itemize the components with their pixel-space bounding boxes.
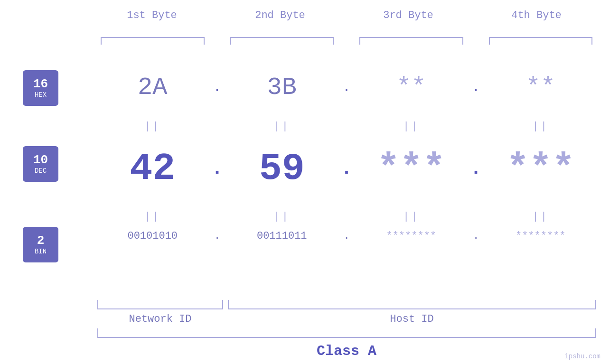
class-label: Class A [97, 343, 596, 359]
eq-dec-bin-4: || [483, 211, 599, 223]
host-bracket [228, 300, 596, 309]
badge-bin-label: BIN [35, 248, 47, 255]
eq-hex-dec-1: || [95, 121, 210, 132]
eq-hex-dec-2: || [225, 121, 340, 132]
dec-row: 42 . 59 . *** . *** [95, 147, 598, 190]
host-id-label: Host ID [228, 313, 596, 325]
top-bracket-row [95, 37, 598, 45]
col-header-byte3: 3rd Byte [351, 9, 465, 21]
bin-byte3: ******** [354, 230, 469, 242]
hex-dot1: . [210, 80, 225, 95]
dec-byte2: 59 [225, 147, 340, 190]
dec-dot2: . [339, 158, 354, 179]
hex-dot3: . [469, 80, 483, 95]
equals-row-dec-bin: || || || || [95, 211, 598, 223]
badge-dec-num: 10 [33, 153, 48, 167]
badge-dec-label: DEC [35, 167, 47, 175]
eq-dec-bin-1: || [95, 211, 210, 223]
hex-byte3: ** [354, 74, 469, 102]
col-header-byte1: 1st Byte [95, 9, 209, 21]
column-headers: 1st Byte 2nd Byte 3rd Byte 4th Byte [95, 9, 593, 21]
bin-row: 00101010 . 00111011 . ******** . *******… [95, 230, 598, 242]
hex-byte4: ** [483, 74, 599, 102]
bin-byte4: ******** [483, 230, 599, 242]
equals-row-hex-dec: || || || || [95, 121, 598, 132]
hex-byte1: 2A [95, 74, 210, 102]
badge-bin: 2 BIN [23, 227, 58, 262]
watermark: ipshu.com [564, 353, 601, 360]
network-id-label: Network ID [97, 313, 223, 325]
top-bracket-byte3 [354, 37, 469, 45]
hex-row: 2A . 3B . ** . ** [95, 74, 598, 102]
badge-dec: 10 DEC [23, 146, 58, 182]
bin-dot3: . [469, 230, 483, 242]
bin-dot2: . [339, 230, 354, 242]
bin-dot1: . [210, 230, 225, 242]
hex-byte2: 3B [225, 74, 340, 102]
badge-bin-num: 2 [37, 234, 45, 248]
dec-byte4: *** [483, 147, 599, 190]
dec-byte3: *** [354, 147, 469, 190]
dec-dot1: . [210, 158, 225, 179]
network-bracket [97, 300, 223, 309]
col-header-byte4: 4th Byte [479, 9, 593, 21]
eq-dec-bin-3: || [354, 211, 469, 223]
main-container: 1st Byte 2nd Byte 3rd Byte 4th Byte 16 H… [0, 0, 610, 364]
eq-hex-dec-4: || [483, 121, 599, 132]
bin-byte1: 00101010 [95, 230, 210, 242]
dec-dot3: . [469, 158, 483, 179]
top-bracket-byte2 [225, 37, 340, 45]
col-header-byte2: 2nd Byte [223, 9, 337, 21]
class-bracket [97, 328, 596, 338]
top-bracket-byte1 [95, 37, 210, 45]
badge-hex: 16 HEX [23, 70, 58, 106]
badge-hex-label: HEX [35, 91, 47, 99]
dec-byte1: 42 [95, 147, 210, 190]
eq-hex-dec-3: || [354, 121, 469, 132]
top-bracket-byte4 [483, 37, 599, 45]
badge-hex-num: 16 [33, 77, 48, 91]
bin-byte2: 00111011 [225, 230, 340, 242]
eq-dec-bin-2: || [225, 211, 340, 223]
hex-dot2: . [339, 80, 354, 95]
